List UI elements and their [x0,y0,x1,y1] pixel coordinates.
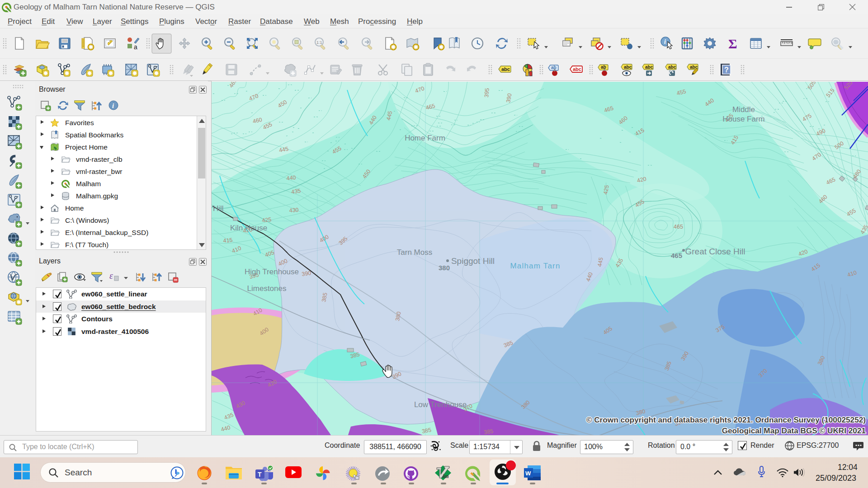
svg-text:465: 465 [674,224,683,230]
svg-text:Tarn Moss: Tarn Moss [397,248,432,257]
svg-text:Limestones: Limestones [247,284,287,293]
svg-text:Great Close Hill: Great Close Hill [685,247,745,256]
svg-text:a: a [134,43,137,51]
svg-text:390: 390 [301,270,311,277]
svg-text:Σ: Σ [728,36,737,51]
svg-text:High Trenhouse: High Trenhouse [245,267,299,276]
svg-text:385: 385 [483,428,494,435]
svg-text:Hill: Hill [213,204,224,213]
svg-text:abc: abc [501,66,510,72]
svg-text:abc: abc [668,65,676,70]
svg-text:380: 380 [439,264,450,272]
svg-text:395: 395 [483,88,491,98]
svg-text:Malham Tarn: Malham Tarn [510,262,560,270]
svg-text:abc: abc [573,66,581,72]
svg-text:?: ? [724,66,729,74]
svg-text:abc: abc [645,65,653,70]
svg-text:415: 415 [223,237,233,244]
svg-text:425: 425 [262,216,272,224]
svg-text:© Crown copyright and database: © Crown copyright and database rights 20… [586,415,866,424]
svg-text:Geological Map Data BGS © UKRI: Geological Map Data BGS © UKRI 2021 [722,426,866,435]
svg-text:435: 435 [291,188,301,195]
svg-text:1:1: 1:1 [316,40,322,45]
svg-text:440: 440 [286,174,296,182]
svg-text:ab: ab [601,65,606,70]
svg-text:Kiln House: Kiln House [230,224,267,232]
svg-text:ab: ab [551,65,557,70]
svg-text:W: W [525,470,531,477]
svg-text:abc: abc [624,65,632,70]
svg-text:430: 430 [289,207,299,214]
svg-text:House Farm: House Farm [722,115,765,123]
svg-text:Low Trenhouse: Low Trenhouse [414,400,467,409]
svg-text:i: i [664,38,666,45]
svg-text:ε: ε [109,271,113,281]
svg-text:Home Farm: Home Farm [405,134,445,142]
svg-text:im: im [443,473,449,479]
svg-text:Spiggot Hill: Spiggot Hill [451,256,495,266]
svg-text:465: 465 [671,252,682,259]
svg-text:Middle: Middle [732,105,755,114]
svg-text:T: T [258,471,262,478]
